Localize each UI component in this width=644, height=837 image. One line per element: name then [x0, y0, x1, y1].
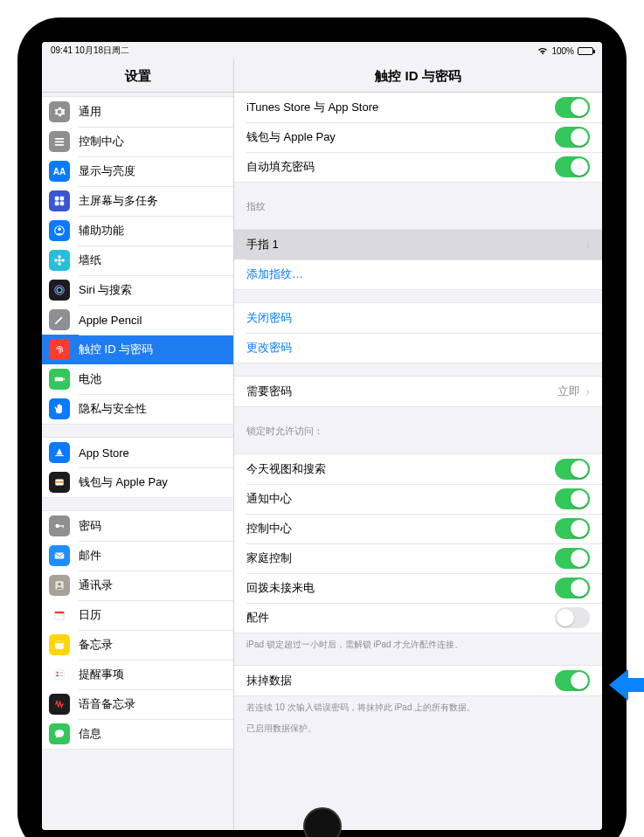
sidebar-item-home-screen[interactable]: 主屏幕与多任务: [42, 186, 233, 216]
appstore-icon: [49, 442, 70, 463]
svg-point-32: [57, 672, 59, 674]
mail-icon: [49, 545, 70, 566]
sidebar-item-contacts[interactable]: 通讯录: [42, 571, 233, 600]
sidebar-item-label: 隐私与安全性: [79, 401, 147, 417]
svg-rect-0: [55, 138, 65, 140]
sidebar-item-siri-search[interactable]: Siri 与搜索: [42, 275, 233, 305]
svg-point-9: [58, 259, 61, 262]
erase-footer-1: 若连续 10 次输入错误密码，将抹掉此 iPad 上的所有数据。: [234, 696, 602, 716]
fingerprint-icon: [49, 339, 70, 360]
sidebar-item-wallpaper[interactable]: 墙纸: [42, 246, 233, 275]
sidebar-item-wallet-applepay[interactable]: 钱包与 Apple Pay: [42, 467, 233, 497]
row-control-center[interactable]: 控制中心: [234, 514, 602, 543]
svg-rect-23: [63, 525, 64, 528]
label: 自动填充密码: [246, 159, 315, 175]
svg-rect-35: [59, 675, 63, 676]
svg-rect-4: [60, 197, 65, 201]
switch-accessories[interactable]: [555, 607, 590, 628]
switch-itunes-appstore[interactable]: [555, 97, 590, 118]
row-require-passcode[interactable]: 需要密码 立即 ›: [234, 377, 602, 406]
value: 立即 ›: [557, 384, 590, 399]
switch-control-center[interactable]: [555, 518, 590, 539]
sidebar-item-accessibility[interactable]: 辅助功能: [42, 216, 233, 246]
accessories-footer: iPad 锁定超过一小时后，需解锁 iPad 才允许配件连接。: [234, 633, 602, 653]
battery-icon: [49, 369, 70, 390]
label: 手指 1: [246, 237, 279, 252]
row-wallet-applepay[interactable]: 钱包与 Apple Pay: [234, 122, 602, 152]
hand-icon: [49, 398, 70, 419]
sidebar-item-label: 触控 ID 与密码: [79, 342, 153, 357]
svg-rect-16: [55, 377, 63, 382]
chevron-right-icon: ›: [585, 238, 590, 252]
notes-icon: [49, 634, 70, 655]
sidebar-item-mail[interactable]: 邮件: [42, 541, 233, 571]
fingerprints-header: 指纹: [234, 186, 602, 217]
label: 配件: [246, 610, 269, 626]
battery-percent: 100%: [551, 46, 574, 56]
switch-today-search[interactable]: [555, 459, 590, 480]
svg-rect-2: [55, 144, 65, 146]
row-today-search[interactable]: 今天视图和搜索: [234, 454, 602, 484]
switch-wallet-applepay[interactable]: [555, 127, 590, 148]
sidebar-item-label: 密码: [79, 518, 101, 534]
svg-point-15: [57, 287, 62, 293]
sidebar: 设置 通用控制中心AA显示与亮度主屏幕与多任务辅助功能墙纸Siri 与搜索App…: [42, 59, 234, 830]
svg-rect-30: [55, 640, 63, 643]
battery-icon: [578, 47, 593, 55]
row-finger-1[interactable]: 手指 1 ›: [234, 230, 602, 259]
row-itunes-appstore[interactable]: iTunes Store 与 App Store: [234, 93, 602, 122]
sidebar-item-voice-memos[interactable]: 语音备忘录: [42, 689, 233, 719]
svg-point-33: [57, 674, 59, 676]
sidebar-item-apple-pencil[interactable]: Apple Pencil: [42, 305, 233, 335]
sidebar-item-control-center[interactable]: 控制中心: [42, 127, 233, 156]
person-icon: [49, 220, 70, 241]
sidebar-item-label: 电池: [79, 371, 101, 387]
sidebar-item-label: 邮件: [79, 548, 101, 564]
status-bar: 09:41 10月18日周二 100%: [42, 42, 602, 59]
sidebar-item-calendar[interactable]: 日历: [42, 600, 233, 630]
switch-notification-center[interactable]: [555, 488, 590, 509]
row-change-passcode[interactable]: 更改密码: [234, 333, 602, 363]
detail-content: iTunes Store 与 App Store 钱包与 Apple Pay 自…: [234, 93, 602, 830]
sidebar-item-touchid-passcode[interactable]: 触控 ID 与密码: [42, 335, 233, 364]
sidebar-item-reminders[interactable]: 提醒事项: [42, 660, 233, 689]
switch-erase-data[interactable]: [555, 670, 590, 691]
sidebar-item-messages[interactable]: 信息: [42, 719, 233, 749]
label: 更改密码: [246, 340, 292, 356]
svg-point-13: [61, 259, 65, 262]
gear-icon: [49, 101, 70, 122]
row-return-calls[interactable]: 回拨未接来电: [234, 573, 602, 603]
row-add-fingerprint[interactable]: 添加指纹…: [234, 259, 602, 289]
sidebar-item-display-brightness[interactable]: AA显示与亮度: [42, 156, 233, 186]
svg-point-26: [58, 583, 61, 586]
sidebar-item-passwords[interactable]: 密码: [42, 511, 233, 541]
sidebar-item-general[interactable]: 通用: [42, 97, 233, 127]
switch-return-calls[interactable]: [555, 578, 590, 598]
svg-rect-6: [60, 202, 65, 206]
label: 回拨未接来电: [246, 580, 315, 596]
row-erase-data[interactable]: 抹掉数据: [234, 666, 602, 695]
flower-icon: [49, 250, 70, 271]
label: 添加指纹…: [246, 266, 303, 282]
ipad-frame: 09:41 10月18日周二 100% 设置 通用控制中心AA显示与亮度主屏幕与…: [17, 17, 627, 837]
sidebar-item-notes[interactable]: 备忘录: [42, 630, 233, 660]
sidebar-title: 设置: [42, 59, 233, 93]
row-password-autofill[interactable]: 自动填充密码: [234, 152, 602, 182]
contacts-icon: [49, 575, 70, 596]
sidebar-item-label: 墙纸: [79, 252, 101, 268]
sidebar-item-label: 备忘录: [79, 637, 113, 653]
switch-home-control[interactable]: [555, 548, 590, 569]
svg-rect-5: [55, 202, 59, 206]
switch-password-autofill[interactable]: [555, 156, 590, 177]
chevron-right-icon: ›: [585, 384, 590, 398]
sidebar-item-app-store[interactable]: App Store: [42, 438, 233, 467]
row-home-control[interactable]: 家庭控制: [234, 543, 602, 573]
row-turn-off-passcode[interactable]: 关闭密码: [234, 303, 602, 333]
sidebar-item-privacy-security[interactable]: 隐私与安全性: [42, 394, 233, 424]
svg-rect-34: [59, 672, 63, 673]
sidebar-item-label: 语音备忘录: [79, 696, 135, 712]
sliders-icon: [49, 131, 70, 152]
sidebar-item-battery[interactable]: 电池: [42, 364, 233, 394]
row-accessories[interactable]: 配件: [234, 603, 602, 633]
row-notification-center[interactable]: 通知中心: [234, 484, 602, 514]
